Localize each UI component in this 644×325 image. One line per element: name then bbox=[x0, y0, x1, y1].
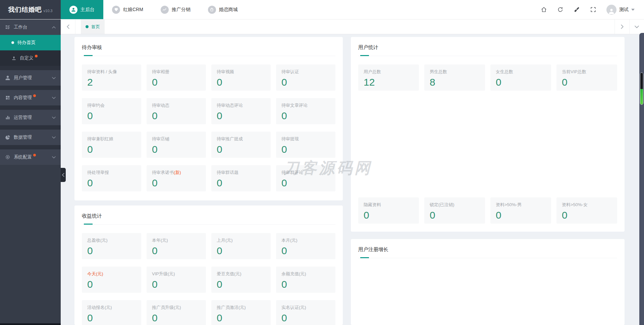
stat-card-this-year[interactable]: 本年(元)0 bbox=[147, 233, 206, 259]
nav-tab-mall[interactable]: 婚恋商城 bbox=[199, 0, 247, 19]
stat-label: 待审群话题 bbox=[217, 170, 238, 175]
sidebar-item-custom[interactable]: 自定义 bbox=[0, 50, 61, 66]
stat-card-pending-video[interactable]: 待审视频0 bbox=[211, 64, 271, 91]
stat-card-pending-commitment[interactable]: 待审承诺书(新)0 bbox=[147, 165, 206, 191]
tab-home-label: 首页 bbox=[91, 24, 100, 30]
nav-tab-label: 婚恋商城 bbox=[219, 7, 238, 13]
chevron-down-icon bbox=[52, 77, 56, 79]
user-icon bbox=[5, 75, 10, 81]
sidebar-group-operation-mgmt[interactable]: 运营管理 bbox=[0, 110, 61, 125]
stat-card-pending-album[interactable]: 待审相册0 bbox=[147, 64, 206, 91]
dashboard-grid-icon bbox=[5, 25, 10, 30]
stat-card-pending-promo-commission[interactable]: 待审推广提成0 bbox=[211, 132, 271, 158]
stat-label: VIP升级(元) bbox=[152, 271, 175, 276]
stat-card-pending-parttime-matchmaker[interactable]: 待审兼职红娘0 bbox=[82, 132, 141, 158]
stat-card-pending-verify[interactable]: 待审认证0 bbox=[276, 64, 335, 91]
stat-card-realname-verify[interactable]: 实名认证(元)0 bbox=[276, 300, 335, 325]
sidebar-group-label: 用户管理 bbox=[14, 75, 32, 81]
stat-card-promoter-activate[interactable]: 推广员激活(元)0 bbox=[211, 300, 271, 325]
stat-card-pending-withdraw[interactable]: 待审提现0 bbox=[276, 132, 335, 158]
stat-card-last-month[interactable]: 上月(元)0 bbox=[211, 233, 271, 259]
stat-card-pending-moment[interactable]: 待审动态0 bbox=[147, 98, 206, 124]
stat-card-activity-signup[interactable]: 活动报名(元)0 bbox=[82, 300, 141, 325]
stat-card-pending-shop[interactable]: 待审店铺0 bbox=[147, 132, 206, 158]
stat-card-pending-profile[interactable]: 待审资料 / 头像2 bbox=[82, 64, 141, 91]
stat-value: 0 bbox=[87, 110, 136, 121]
tab-home[interactable]: 首页 bbox=[81, 19, 105, 34]
panel-title-dash bbox=[84, 224, 93, 225]
stat-card-pending-group-topic[interactable]: 待审群话题0 bbox=[211, 165, 271, 191]
user-menu[interactable]: 测试 bbox=[606, 5, 635, 15]
stat-card-profile50-female[interactable]: 资料>50%-女0 bbox=[556, 197, 617, 224]
stat-label: 总盈收(元) bbox=[87, 238, 108, 243]
stat-label: 本月(元) bbox=[281, 238, 298, 243]
stat-card-balance-recharge[interactable]: 余额充值(元)0 bbox=[276, 267, 335, 293]
sidebar-group-label: 内容管理 bbox=[14, 95, 32, 101]
sidebar-item-todo-home[interactable]: 待办首页 bbox=[0, 35, 61, 50]
trend-icon bbox=[161, 6, 169, 14]
tabs-menu-button[interactable] bbox=[629, 19, 644, 34]
tabs-scroll-left-button[interactable] bbox=[61, 19, 75, 34]
stat-label: 待审承诺书 bbox=[152, 170, 174, 175]
sidebar-item-label: 待办首页 bbox=[17, 40, 36, 46]
stat-card-profile50-male[interactable]: 资料>50%-男0 bbox=[490, 197, 551, 224]
sidebar-group-system-config[interactable]: 系统配置 bbox=[0, 149, 61, 165]
app-name: 我们结婚吧 bbox=[8, 5, 42, 14]
stat-card-promoter-upgrade[interactable]: 推广员升级(元)0 bbox=[147, 300, 206, 325]
stat-card-total-users[interactable]: 用户总数12 bbox=[358, 64, 419, 91]
clear-cache-brush-icon[interactable] bbox=[574, 6, 580, 13]
stat-label: 待审兼职红娘 bbox=[87, 136, 113, 141]
stat-label: 锁定(已注销) bbox=[430, 202, 454, 207]
custom-scrollbar-thumb[interactable] bbox=[640, 73, 643, 105]
sidebar-group-data-mgmt[interactable]: 数据管理 bbox=[0, 130, 61, 145]
panel-title-rule bbox=[358, 55, 617, 56]
stat-card-locked-cancelled[interactable]: 锁定(已注销)0 bbox=[424, 197, 485, 224]
page-tab-bar: 首页 bbox=[61, 19, 644, 34]
stat-card-pending-report[interactable]: 待处理举报0 bbox=[82, 165, 141, 191]
stat-value: 8 bbox=[430, 77, 480, 88]
sidebar-collapse-handle[interactable] bbox=[61, 168, 66, 182]
panel-title-dash bbox=[360, 55, 369, 56]
stat-value: 0 bbox=[562, 77, 612, 88]
stat-card-total-male[interactable]: 男生总数8 bbox=[424, 64, 485, 91]
stat-value: 0 bbox=[281, 312, 330, 323]
sidebar-group-user-mgmt[interactable]: 用户管理 bbox=[0, 70, 61, 86]
sidebar-group-label: 工作台 bbox=[14, 24, 28, 30]
stat-card-pending-group-comment[interactable]: 待审群评论0 bbox=[276, 165, 335, 191]
right-side: 首页 刀客源码网 待办审核 待审资料 / 头像2 待审相册0 待审视频0 待审认… bbox=[61, 19, 644, 325]
refresh-icon[interactable] bbox=[557, 6, 564, 13]
stat-value: 0 bbox=[281, 110, 330, 121]
stat-card-total-revenue[interactable]: 总盈收(元)0 bbox=[82, 233, 141, 259]
home-icon[interactable] bbox=[541, 6, 547, 13]
chevron-down-icon bbox=[52, 136, 56, 139]
stat-card-aidou-recharge[interactable]: 爱豆充值(元)0 bbox=[211, 267, 271, 293]
stat-card-hidden-profile[interactable]: 隐藏资料0 bbox=[358, 197, 419, 224]
todo-review-panel: 待办审核 待审资料 / 头像2 待审相册0 待审视频0 待审认证0 待审约会0 … bbox=[74, 37, 343, 200]
sidebar-group-workbench[interactable]: 工作台 bbox=[0, 19, 61, 35]
stat-value: 0 bbox=[217, 144, 265, 155]
stat-card-total-female[interactable]: 女生总数0 bbox=[490, 64, 551, 91]
stat-card-this-month[interactable]: 本月(元)0 bbox=[276, 233, 335, 259]
tabs-scroll-right-button[interactable] bbox=[614, 19, 629, 34]
stat-value: 0 bbox=[562, 210, 612, 221]
stat-card-pending-article-comment[interactable]: 待审文章评论0 bbox=[276, 98, 335, 124]
stat-card-vip-upgrade[interactable]: VIP升级(元)0 bbox=[147, 267, 206, 293]
fullscreen-icon[interactable] bbox=[590, 6, 596, 13]
stat-card-pending-date[interactable]: 待审约会0 bbox=[82, 98, 141, 124]
stat-label: 用户总数 bbox=[364, 69, 381, 74]
sidebar-group-content-mgmt[interactable]: 内容管理 bbox=[0, 90, 61, 105]
caret-down-icon bbox=[631, 9, 635, 11]
user-stats-bottom-grid: 隐藏资料0 锁定(已注销)0 资料>50%-男0 资料>50%-女0 bbox=[358, 197, 617, 224]
sidebar-group-label: 运营管理 bbox=[14, 114, 32, 121]
stat-value: 0 bbox=[152, 77, 201, 88]
stat-label: 资料>50%-男 bbox=[496, 202, 522, 207]
nav-tab-matchmaker-crm[interactable]: 红娘CRM bbox=[103, 0, 152, 19]
nav-tab-promotion[interactable]: 推广分销 bbox=[152, 0, 199, 19]
stat-card-current-vip[interactable]: 当前VIP总数0 bbox=[556, 64, 617, 91]
new-badge: (新) bbox=[174, 170, 181, 175]
stat-card-pending-moment-comment[interactable]: 待审动态评论0 bbox=[211, 98, 271, 124]
stat-value: 0 bbox=[281, 279, 330, 290]
stat-card-today[interactable]: 今天(元)0 bbox=[82, 267, 141, 293]
custom-scrollbar-track[interactable] bbox=[639, 33, 644, 325]
nav-tab-main-admin[interactable]: 主后台 bbox=[61, 0, 103, 19]
